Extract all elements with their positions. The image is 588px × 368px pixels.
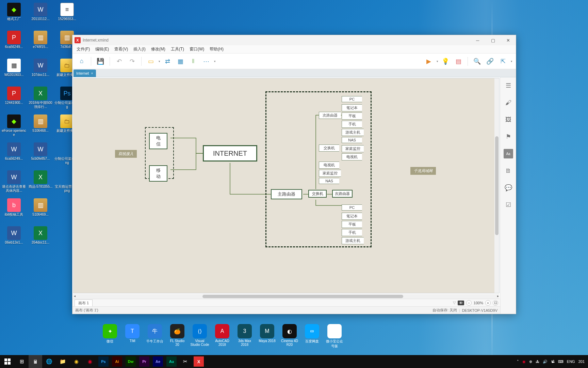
eye-icon[interactable]: 👁 [458,301,464,305]
search-icon[interactable]: 🔍 [471,56,483,67]
desktop-icon[interactable]: W请点击进去查看具体内容... [1,169,27,196]
mindmap-leaf[interactable]: 游戏主机 [342,129,364,136]
tray-ime-icon[interactable]: ⌨ [558,359,564,364]
notes-icon[interactable]: Aa [504,149,513,158]
tray-up-icon[interactable]: ˄ [517,359,519,364]
desktop-app[interactable]: 33ds Max 2018 [235,324,254,350]
brainstorm-icon[interactable]: 💡 [440,56,451,67]
explorer-icon[interactable]: 📁 [56,355,69,368]
menu-item[interactable]: 修改(M) [148,46,168,53]
tray-security-icon[interactable]: ⊕ [529,359,532,364]
comments-icon[interactable]: 💬 [504,183,513,193]
menu-item[interactable]: 文件(F) [74,46,93,53]
undo-icon[interactable]: ↶ [113,56,125,67]
desktop-icon[interactable]: bibili投稿工具 [1,197,27,224]
zoom-in-button[interactable]: + [485,300,491,306]
desktop-icon[interactable]: ≡15296553... [54,1,80,28]
desktop-icon[interactable]: ▥5106469... [28,197,53,224]
summary-icon[interactable]: ⦀ [187,56,199,67]
sheet-tab[interactable]: 画布 1 [75,300,93,306]
zoom-out-button[interactable]: − [466,300,472,306]
desktop-app[interactable]: ⟨⟩Visual Studio Code [190,324,209,350]
task-view-icon[interactable]: ⊞ [15,355,29,368]
node-isp1[interactable]: 电信 [149,133,167,149]
desktop-app[interactable]: AAutoCAD 2018 [213,324,232,350]
calculator-icon[interactable]: 🖩 [29,355,42,368]
close-tab-icon[interactable]: × [91,71,93,75]
vertical-scrollbar[interactable] [494,78,499,293]
desktop-icon[interactable]: X2018年中国500强排行... [28,85,53,112]
premiere-icon[interactable]: Pr [139,356,149,367]
menu-item[interactable]: 查看(V) [112,46,131,53]
desktop-icon[interactable]: X商品-5781055... [28,169,53,196]
maximize-button[interactable]: ▢ [485,35,501,45]
export-icon[interactable]: ⇱ [497,56,509,67]
chevron-down-icon[interactable]: ▾ [437,60,438,63]
netease-icon[interactable]: ◉ [83,355,97,368]
chevron-down-icon[interactable]: ▾ [159,60,160,63]
more-icon[interactable]: ⋯ [200,56,212,67]
home-icon[interactable]: ⌂ [76,56,87,67]
desktop-app[interactable]: ∞百度网盘 [303,324,322,350]
tray-clock[interactable]: 201 [578,359,585,364]
desktop-icon[interactable]: X354doc11... [28,225,53,251]
mindmap-leaf[interactable]: 电视机 [342,153,362,160]
zoom-fit-button[interactable]: ⊡ [493,300,498,306]
topic-icon[interactable]: ▭ [145,56,157,67]
tray-volume-icon[interactable]: 🔊 [543,359,548,364]
menu-item[interactable]: 插入(I) [131,46,148,53]
desktop-app[interactable]: MMaya 2018 [258,324,277,350]
yy-icon[interactable]: ◉ [69,355,83,368]
dreamweaver-icon[interactable]: Dw [126,356,136,367]
node-internet[interactable]: INTERNET [203,145,257,162]
desktop-icon[interactable]: ▥e748f15... [28,29,53,56]
attachments-icon[interactable]: 🗎 [504,166,513,175]
desktop-icon[interactable]: W20110112... [28,1,53,28]
desktop-icon[interactable]: ▦W0201903... [1,57,27,84]
marker-icon[interactable]: ⚑ [504,132,513,141]
mindmap-leaf[interactable]: PC [342,204,362,211]
desktop-icon[interactable]: ◆格式工厂 [1,1,27,28]
node-switch-a[interactable]: 交换机 [319,144,339,152]
redo-icon[interactable]: ↷ [126,56,138,67]
node-sub-router-b[interactable]: 次路由器 [332,190,353,198]
mindmap-leaf[interactable]: 手机 [342,121,362,128]
mindmap-canvas[interactable]: 双线接入 千兆局域网 电信 移动 INTERNET 主路由器 交换机 次路由器 … [73,78,500,293]
desktop-app[interactable]: TTIM [123,324,142,350]
desktop-app[interactable]: ◐Cinema 4D R20 [280,324,299,350]
aftereffects-icon[interactable]: Ae [153,356,163,367]
menu-item[interactable]: 帮助(H) [207,46,226,53]
mindmap-leaf[interactable]: 家庭监控 [342,145,364,152]
chrome-icon[interactable]: 🌐 [42,355,56,368]
mindmap-leaf[interactable]: 游戏主机 [342,237,364,244]
mindmap-leaf[interactable]: NAS [319,178,339,184]
snipaste-icon[interactable]: ✂ [178,355,192,368]
xmind-taskbar-icon[interactable]: X [194,356,204,367]
desktop-icon[interactable]: W6ca56249... [1,141,27,168]
node-switch[interactable]: 交换机 [308,190,327,198]
audition-icon[interactable]: Au [166,356,177,367]
share-icon[interactable]: 🔗 [484,56,496,67]
presentation-icon[interactable]: ▶ [423,56,435,67]
mindmap-leaf[interactable]: PC [342,96,362,102]
menu-item[interactable]: 工具(T) [168,46,187,53]
photoshop-icon[interactable]: Ps [98,356,109,367]
mindmap-leaf[interactable]: 笔记本 [342,104,362,111]
mindmap-leaf[interactable]: 笔记本 [342,213,362,220]
horizontal-scrollbar[interactable]: ◂ ▸ [73,294,500,299]
filter-icon[interactable]: ▽ [453,301,456,305]
mindmap-leaf[interactable]: 家庭监控 [319,170,341,177]
mindmap-leaf[interactable]: 平板 [342,221,362,228]
minimize-button[interactable]: ─ [470,35,485,45]
desktop-icon[interactable]: W5cb0fe857... [28,141,53,168]
desktop-icon[interactable]: W06eb12e1... [1,225,27,251]
desktop-icon[interactable]: ◆eForce xperience [1,113,27,140]
node-sub-router-a[interactable]: 次路由器 [319,112,341,119]
mindmap-leaf[interactable]: 平板 [342,112,362,120]
outline-icon[interactable]: ☰ [504,81,513,90]
menu-item[interactable]: 窗口(W) [187,46,207,53]
desktop-icon[interactable]: P6ca56249... [1,29,27,56]
desktop-icon[interactable]: W107doc11... [28,57,53,84]
tray-video-icon[interactable]: 📽 [551,359,555,364]
desktop-icon[interactable]: P12441900... [1,85,27,112]
